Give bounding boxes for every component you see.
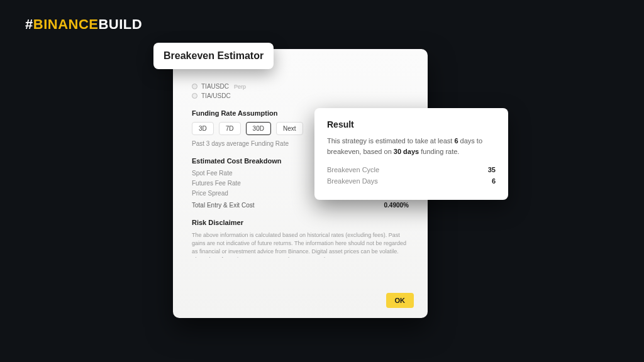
risk-heading: Risk Disclaimer [192, 219, 409, 226]
pair-spot-row[interactable]: TIA/USDC [192, 92, 409, 99]
result-label: Breakeven Cycle [327, 166, 379, 173]
result-text: This strategy is estimated to take at le… [327, 137, 454, 145]
risk-disclaimer-text: The above information is calculated base… [192, 231, 409, 258]
hash-symbol: # [25, 16, 33, 32]
funding-option-next[interactable]: Next [276, 122, 303, 135]
estimator-title-tab: Breakeven Estimator [153, 43, 274, 69]
pair-spot-symbol: TIA/USDC [201, 92, 231, 99]
perp-tag: Perp [234, 84, 246, 90]
radio-icon [192, 84, 197, 89]
funding-option-30d[interactable]: 30D [246, 122, 271, 135]
result-value: 35 [488, 166, 496, 173]
past-funding-label: Past 3 days average Funding Rate [192, 140, 289, 147]
estimator-title: Breakeven Estimator [164, 50, 264, 61]
result-sentence: This strategy is estimated to take at le… [327, 136, 496, 157]
hashtag-heading: #BINANCEBUILD [25, 16, 142, 33]
cost-label: Spot Fee Rate [192, 170, 232, 177]
funding-option-3d[interactable]: 3D [192, 122, 214, 135]
result-title: Result [327, 119, 496, 129]
funding-option-7d[interactable]: 7D [219, 122, 241, 135]
cost-label: Total Entry & Exit Cost [192, 202, 254, 209]
result-value: 6 [492, 177, 496, 185]
result-label: Breakeven Days [327, 177, 378, 185]
cost-label: Futures Fee Rate [192, 180, 241, 187]
radio-icon [192, 93, 197, 99]
build-text: BUILD [98, 16, 142, 32]
ok-button[interactable]: OK [386, 293, 414, 308]
result-period-bold: 30 days [394, 148, 419, 155]
result-card: Result This strategy is estimated to tak… [314, 108, 508, 200]
brand-text: BINANCE [33, 16, 99, 32]
cost-row-total: Total Entry & Exit Cost 0.4900% [192, 202, 409, 209]
result-text: funding rate. [419, 148, 459, 155]
cost-label: Price Spread [192, 190, 228, 197]
result-row-cycle: Breakeven Cycle 35 [327, 166, 496, 173]
cost-value: 0.4900% [384, 202, 409, 209]
pair-perp-row[interactable]: TIAUSDC Perp [192, 83, 409, 90]
result-row-days: Breakeven Days 6 [327, 177, 496, 185]
pair-perp-symbol: TIAUSDC [201, 83, 229, 90]
